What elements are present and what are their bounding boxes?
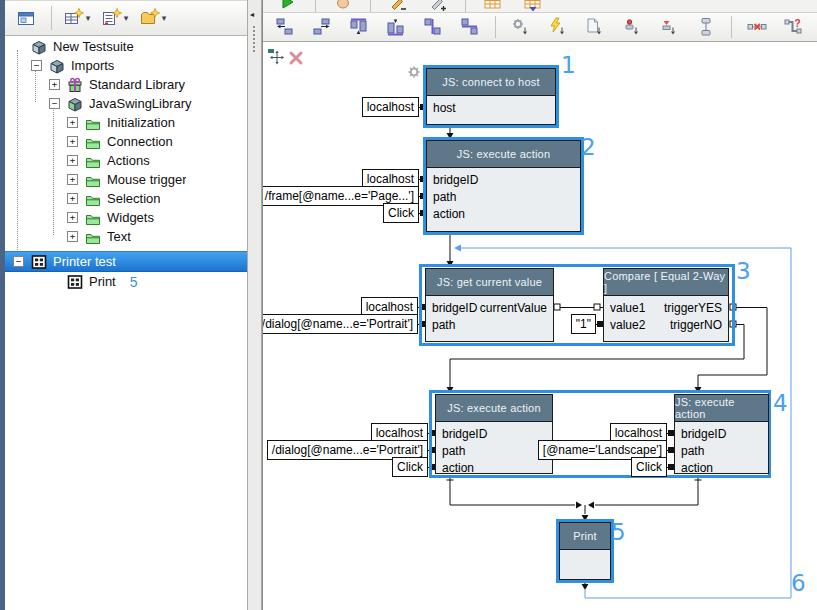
- expand-toggle-icon[interactable]: +: [67, 193, 78, 204]
- hand-button[interactable]: [326, 0, 360, 13]
- dropdown-caret-icon[interactable]: ▾: [162, 13, 167, 23]
- node-print[interactable]: Print: [559, 522, 611, 580]
- node-js-execute-action-4a[interactable]: JS: execute action bridgeID path action: [435, 394, 553, 474]
- align-center-v-button[interactable]: [454, 14, 486, 40]
- expand-toggle-icon[interactable]: +: [67, 231, 78, 242]
- expand-toggle-icon[interactable]: +: [67, 136, 78, 147]
- input-value-box[interactable]: "1": [571, 314, 596, 334]
- input-value-box[interactable]: /dialog[@name...e='Portrait']: [263, 314, 418, 334]
- new-group-button[interactable]: ▾: [136, 4, 170, 32]
- expand-toggle-icon[interactable]: +: [67, 174, 78, 185]
- splitter-grip: [253, 26, 257, 52]
- edit-add-button[interactable]: [421, 0, 455, 13]
- align-left-button[interactable]: [269, 14, 301, 40]
- delete-cross-icon[interactable]: [288, 50, 304, 70]
- port-path[interactable]: path: [442, 443, 465, 460]
- collapse-toggle-icon[interactable]: −: [49, 98, 60, 109]
- workflow-canvas[interactable]: JS: connect to host host localhost 1 JS:…: [263, 42, 817, 610]
- port-action[interactable]: action: [442, 460, 474, 477]
- expand-toggle-icon[interactable]: +: [67, 117, 78, 128]
- input-value-box[interactable]: Click: [383, 203, 419, 223]
- insert-flash-button[interactable]: [542, 14, 574, 40]
- insert-marker-button[interactable]: [653, 14, 685, 40]
- connection-help-button[interactable]: ?: [778, 14, 810, 40]
- node-js-get-current-value[interactable]: JS: get current value bridgeIDcurrentVal…: [425, 268, 554, 342]
- port-host[interactable]: host: [433, 100, 456, 117]
- port-path[interactable]: path: [681, 443, 704, 460]
- dropdown-caret-icon[interactable]: ▾: [124, 13, 129, 23]
- tree-item-print[interactable]: Print5: [5, 272, 247, 291]
- move-tool-icon[interactable]: [267, 48, 285, 70]
- insert-connector-button[interactable]: [690, 14, 722, 40]
- port-action[interactable]: action: [681, 460, 713, 477]
- port-path[interactable]: path: [433, 189, 456, 206]
- input-value-box[interactable]: Click: [631, 457, 667, 477]
- delete-connection-button[interactable]: [741, 14, 773, 40]
- port-currentvalue[interactable]: currentValue: [480, 300, 547, 317]
- align-right-button[interactable]: [306, 14, 338, 40]
- port-bridgeid[interactable]: bridgeID: [681, 426, 726, 443]
- tree-item-label: Selection: [107, 191, 160, 206]
- tree-item-label: Initialization: [107, 115, 175, 130]
- table-import-button[interactable]: [516, 0, 550, 13]
- sequence-number-4: 4: [773, 390, 788, 416]
- port-bridgeid[interactable]: bridgeID: [433, 172, 478, 189]
- input-value-box[interactable]: Click: [392, 457, 428, 477]
- splitter-collapse-icon[interactable]: ◂: [250, 10, 254, 19]
- new-testsuite-button[interactable]: [9, 4, 43, 32]
- tree-item-selection[interactable]: +Selection: [5, 189, 247, 208]
- tree-item-printer-test[interactable]: −Printer test: [5, 251, 247, 272]
- toolbar-separator: [731, 16, 732, 38]
- port-value2[interactable]: value2: [610, 317, 645, 334]
- node-title: JS: execute action: [675, 395, 768, 422]
- align-bottom-button[interactable]: [380, 14, 412, 40]
- new-sequence-button[interactable]: ▾: [98, 4, 132, 32]
- edit-remove-button[interactable]: [381, 0, 415, 13]
- expand-toggle-icon[interactable]: +: [67, 155, 78, 166]
- testsuite-panel: ▾▾▾ New Testsuite−Imports+Standard Libra…: [5, 0, 247, 610]
- collapse-toggle-icon[interactable]: −: [13, 256, 24, 267]
- node-js-connect-to-host[interactable]: JS: connect to host host: [426, 68, 556, 125]
- tree-item-new-testsuite[interactable]: New Testsuite: [5, 37, 247, 56]
- panel-splitter[interactable]: ◂: [247, 0, 262, 610]
- node-js-execute-action-2[interactable]: JS: execute action bridgeID path action: [426, 140, 581, 232]
- tree-item-actions[interactable]: +Actions: [5, 151, 247, 170]
- insert-pin-button[interactable]: [616, 14, 648, 40]
- expand-toggle-icon[interactable]: +: [49, 79, 60, 90]
- node-compare-equal-2way[interactable]: Compare [ Equal 2-Way ] value1triggerYES…: [603, 268, 729, 342]
- folder-icon: [85, 229, 101, 245]
- gear-icon[interactable]: [406, 64, 422, 84]
- tree-item-imports[interactable]: −Imports: [5, 56, 247, 75]
- align-top-button[interactable]: [343, 14, 375, 40]
- node-js-execute-action-4b[interactable]: JS: execute action bridgeID path action: [674, 394, 769, 474]
- dropdown-caret-icon[interactable]: ▾: [86, 13, 91, 23]
- input-value-box[interactable]: localhost: [362, 97, 419, 117]
- insert-page-button[interactable]: [579, 14, 611, 40]
- tree-item-mouse-trigger[interactable]: +Mouse trigger: [5, 170, 247, 189]
- collapse-toggle-icon[interactable]: −: [31, 60, 42, 71]
- port-bridgeid[interactable]: bridgeID: [432, 300, 477, 317]
- tree-item-javaswinglibrary[interactable]: −JavaSwingLibrary: [5, 94, 247, 113]
- tree-item-connection[interactable]: +Connection: [5, 132, 247, 151]
- node-title: JS: execute action: [427, 141, 580, 168]
- sequence-number-6: 6: [791, 570, 806, 596]
- tree-item-widgets[interactable]: +Widgets: [5, 208, 247, 227]
- table-button[interactable]: [476, 0, 510, 13]
- tree-item-standard-library[interactable]: +Standard Library: [5, 75, 247, 94]
- toolbar-separator: [370, 0, 371, 13]
- port-path[interactable]: path: [432, 317, 455, 334]
- new-test-button[interactable]: ▾: [60, 4, 94, 32]
- port-triggeryes[interactable]: triggerYES: [664, 300, 722, 317]
- port-triggerno[interactable]: triggerNO: [670, 317, 722, 334]
- insert-gear-button[interactable]: [505, 14, 537, 40]
- tree-item-label: Actions: [107, 153, 150, 168]
- tree-item-initialization[interactable]: +Initialization: [5, 113, 247, 132]
- port-action[interactable]: action: [433, 206, 465, 223]
- tree-item-label: Connection: [107, 134, 173, 149]
- port-value1[interactable]: value1: [610, 300, 645, 317]
- tree-item-text[interactable]: +Text: [5, 227, 247, 246]
- expand-toggle-icon[interactable]: +: [67, 212, 78, 223]
- run-button[interactable]: [271, 0, 305, 13]
- align-center-h-button[interactable]: [417, 14, 449, 40]
- port-bridgeid[interactable]: bridgeID: [442, 426, 487, 443]
